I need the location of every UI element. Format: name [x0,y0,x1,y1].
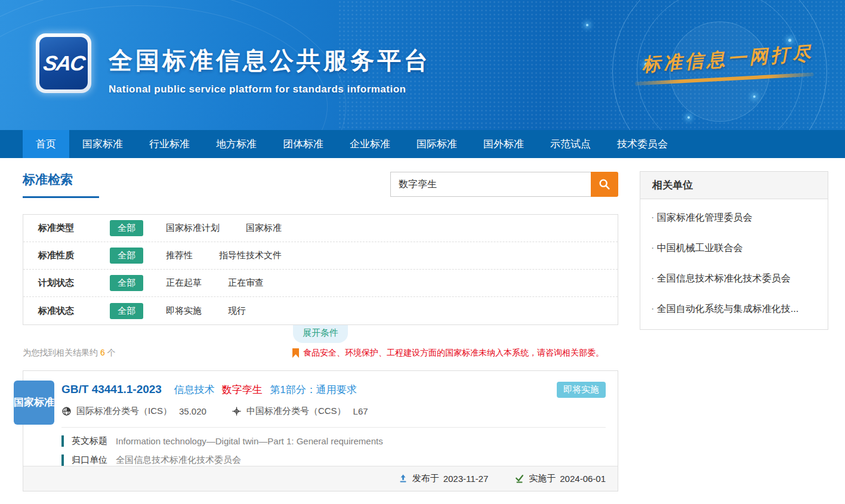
english-title-row: 英文标题 Information technology—Digital twin… [23,428,618,447]
standard-type-badge[interactable]: 国家标准 [14,381,54,425]
section-title-wrap: 标准检索 [23,171,99,198]
results-count-number: 6 [100,348,105,357]
standard-title-row: GB/T 43441.1-2023 信息技术 数字孪生 第1部分：通用要求 [23,371,618,397]
nav-item-enterprise-standards[interactable]: 企业标准 [337,130,403,158]
site-title: 全国标准信息公共服务平台 [109,44,431,77]
filter-row-plan-status: 计划状态 全部 正在起草 正在审查 [23,270,618,297]
related-unit-link[interactable]: 国家标准化管理委员会 [640,203,828,233]
expand-conditions-button[interactable]: 展开条件 [293,325,348,343]
notice: 食品安全、环境保护、工程建设方面的国家标准未纳入本系统，请咨询相关部委。 [292,348,604,358]
results-row: 为您找到相关结果约6个 食品安全、环境保护、工程建设方面的国家标准未纳入本系统，… [23,348,618,358]
filter-all-button[interactable]: 全部 [110,248,143,264]
standard-result-card: 国家标准 GB/T 43441.1-2023 信息技术 数字孪生 第1部分：通用… [23,370,618,491]
implement-label: 实施于 [529,473,556,484]
teal-bar [61,454,64,466]
results-count: 为您找到相关结果约6个 [23,348,116,358]
filter-option[interactable]: 推荐性 [166,250,193,261]
publish-label: 发布于 [412,473,439,484]
main-column: 标准检索 标准类型 全部 国家标准计划 国家标准 标准性质 全部 [23,171,618,491]
filter-all-button[interactable]: 全部 [110,303,143,319]
dept-label: 归口单位 [72,454,107,466]
related-unit-link[interactable]: 中国机械工业联合会 [640,233,828,264]
english-title-label: 英文标题 [72,435,107,447]
nav-item-technical-committee[interactable]: 技术委员会 [604,130,681,158]
nav-item-group-standards[interactable]: 团体标准 [270,130,337,158]
publish-icon [398,474,408,484]
filter-option[interactable]: 正在起草 [166,277,202,289]
page-title: 标准检索 [23,172,73,186]
standard-code-link[interactable]: GB/T 43441.1-2023 [61,383,162,395]
results-count-prefix: 为您找到相关结果约 [23,348,98,357]
related-units-list: 国家标准化管理委员会 中国机械工业联合会 全国信息技术标准化技术委员会 全国自动… [640,199,828,329]
glow-dot [788,39,791,42]
english-title-value: Information technology—Digital twin—Part… [116,436,383,446]
filter-all-button[interactable]: 全部 [110,220,143,236]
glow-dot [586,24,588,26]
main-nav: 首页 国家标准 行业标准 地方标准 团体标准 企业标准 国际标准 国外标准 示范… [0,130,845,158]
filter-option[interactable]: 现行 [228,305,246,317]
filter-option[interactable]: 正在审查 [228,277,264,289]
glow-dot [687,116,690,119]
status-badge: 即将实施 [557,382,606,398]
nav-item-national-standards[interactable]: 国家标准 [69,130,136,158]
filter-label: 标准类型 [38,222,93,234]
ics-group: 国际标准分类号（ICS） 35.020 [61,406,206,417]
notice-text: 食品安全、环境保护、工程建设方面的国家标准未纳入本系统，请咨询相关部委。 [303,348,604,358]
teal-bar [61,435,64,447]
site-header: SAC 全国标准信息公共服务平台 National public service… [0,0,845,130]
site-title-block: 全国标准信息公共服务平台 National public service pla… [109,44,431,95]
filter-option[interactable]: 国家标准 [246,222,282,234]
filter-label: 标准状态 [38,305,93,317]
standard-title-part1[interactable]: 信息技术 [174,384,214,395]
filter-option[interactable]: 国家标准计划 [166,222,220,234]
ccs-value: L67 [353,406,368,416]
standard-title-highlight[interactable]: 数字孪生 [222,384,263,395]
search-input[interactable] [390,172,591,197]
nav-item-pilot[interactable]: 示范试点 [537,130,604,158]
publish-date-item: 发布于 2023-11-27 [398,473,489,484]
related-units-panel: 相关单位 国家标准化管理委员会 中国机械工业联合会 全国信息技术标准化技术委员会… [640,171,828,330]
related-unit-link[interactable]: 全国自动化系统与集成标准化技... [640,294,828,324]
nav-item-international-standards[interactable]: 国际标准 [403,130,470,158]
filter-option[interactable]: 即将实施 [166,305,202,317]
card-footer: 发布于 2023-11-27 实施于 2024-06-01 [23,466,618,491]
filter-panel: 标准类型 全部 国家标准计划 国家标准 标准性质 全部 推荐性 指导性技术文件 … [23,214,618,325]
site-subtitle: National public service platform for sta… [109,84,431,95]
related-units-title: 相关单位 [640,172,828,199]
sac-logo-text: SAC [42,51,86,75]
ics-value: 35.020 [179,406,206,416]
related-unit-link[interactable]: 全国信息技术标准化技术委员会 [640,264,828,294]
globe-icon [61,406,72,416]
dept-row: 归口单位 全国信息技术标准化技术委员会 [23,447,618,466]
search-row: 标准检索 [23,171,618,206]
implement-icon [514,474,525,484]
filter-label: 计划状态 [38,277,93,289]
search-button[interactable] [591,172,618,197]
search-box [390,172,618,197]
dept-value: 全国信息技术标准化技术委员会 [116,454,241,466]
nav-item-home[interactable]: 首页 [23,130,69,158]
sac-logo-inner: SAC [39,37,88,89]
implement-date: 2024-06-01 [560,474,606,484]
bookmark-icon [292,348,299,358]
implement-date-item: 实施于 2024-06-01 [514,473,606,484]
ccs-group: 中国标准分类号（CCS） L67 [232,406,368,417]
sac-logo[interactable]: SAC [36,33,91,93]
search-icon [598,178,611,191]
nav-item-local-standards[interactable]: 地方标准 [203,130,270,158]
publish-date: 2023-11-27 [443,474,489,484]
filter-label: 标准性质 [38,250,93,261]
filter-row-standard-nature: 标准性质 全部 推荐性 指导性技术文件 [23,242,618,270]
filter-option[interactable]: 指导性技术文件 [219,250,282,261]
ics-label: 国际标准分类号（ICS） [76,406,172,417]
standard-title-part2[interactable]: 第1部分：通用要求 [270,384,356,395]
glow-dot [753,95,755,98]
filter-all-button[interactable]: 全部 [110,275,143,291]
compass-icon [232,406,242,416]
filter-row-standard-status: 标准状态 全部 即将实施 现行 [23,297,618,324]
ccs-label: 中国标准分类号（CCS） [246,406,346,417]
filter-row-standard-type: 标准类型 全部 国家标准计划 国家标准 [23,215,618,242]
nav-item-industry-standards[interactable]: 行业标准 [136,130,203,158]
results-count-suffix: 个 [107,348,116,357]
nav-item-foreign-standards[interactable]: 国外标准 [470,130,537,158]
